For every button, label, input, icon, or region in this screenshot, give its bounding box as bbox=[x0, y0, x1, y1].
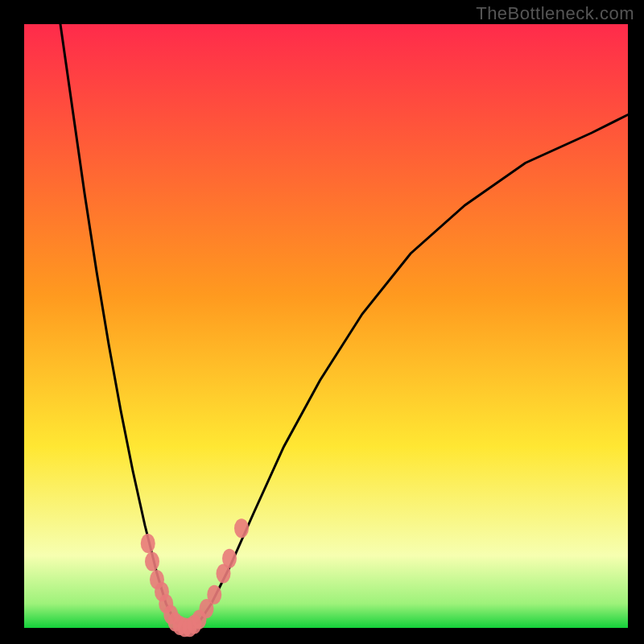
sample-dot bbox=[145, 552, 159, 572]
sample-dot bbox=[207, 585, 221, 605]
sample-dot bbox=[222, 549, 237, 568]
bottleneck-chart bbox=[0, 0, 644, 644]
plot-area-gradient bbox=[24, 24, 628, 628]
watermark-text: TheBottleneck.com bbox=[476, 3, 634, 24]
sample-dot bbox=[234, 518, 249, 538]
sample-dot bbox=[141, 534, 155, 553]
